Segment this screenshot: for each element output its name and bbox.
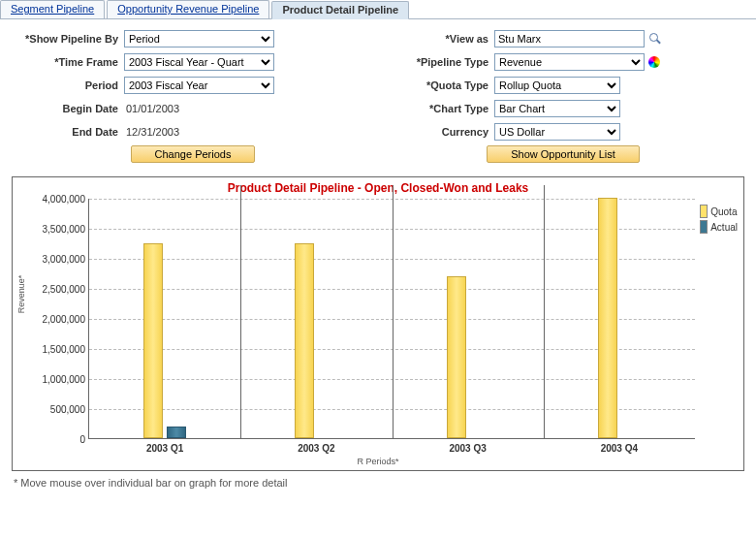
period-label: Period xyxy=(8,79,124,91)
pipeline-type-label: *Pipeline Type xyxy=(378,56,494,68)
begin-date-value: 01/01/2003 xyxy=(124,103,179,114)
category-gridline xyxy=(393,185,394,438)
y-tick-label: 3,000,000 xyxy=(27,254,85,265)
x-tick-label: 2003 Q1 xyxy=(126,443,204,454)
bar-quota[interactable] xyxy=(598,198,617,438)
currency-select[interactable]: US Dollar xyxy=(494,123,620,141)
end-date-label: End Date xyxy=(8,126,124,138)
chart-plot-area: 0500,0001,000,0001,500,0002,000,0002,500… xyxy=(88,199,695,439)
bar-actual[interactable] xyxy=(167,427,186,438)
chart-panel: Product Detail Pipeline - Open, Closed-W… xyxy=(12,176,744,471)
filter-form: *Show Pipeline By Period *Time Frame 200… xyxy=(0,19,756,173)
chart-type-select[interactable]: Bar Chart xyxy=(494,100,620,117)
tab-opportunity-revenue-pipeline[interactable]: Opportunity Revenue Pipeline xyxy=(107,0,269,18)
view-as-lookup-icon[interactable] xyxy=(648,32,662,46)
category-gridline xyxy=(544,185,545,438)
bar-quota[interactable] xyxy=(447,276,466,438)
time-frame-select[interactable]: 2003 Fiscal Year - Quart xyxy=(124,53,274,71)
y-tick-label: 4,000,000 xyxy=(27,194,85,205)
currency-label: Currency xyxy=(378,126,494,138)
time-frame-label: *Time Frame xyxy=(8,56,124,68)
chart-title: Product Detail Pipeline - Open, Closed-W… xyxy=(18,181,738,195)
y-tick-label: 1,000,000 xyxy=(27,374,85,385)
y-tick-label: 1,500,000 xyxy=(27,344,85,355)
pipeline-type-select[interactable]: Revenue xyxy=(494,53,645,71)
y-axis-label: Revenue* xyxy=(16,275,26,314)
chart-footnote: * Move mouse over individual bar on grap… xyxy=(14,477,742,489)
tab-segment-pipeline[interactable]: Segment Pipeline xyxy=(0,0,105,18)
y-tick-label: 500,000 xyxy=(27,404,85,415)
begin-date-label: Begin Date xyxy=(8,103,124,114)
quota-type-select[interactable]: Rollup Quota xyxy=(494,77,620,94)
x-tick-label: 2003 Q3 xyxy=(429,443,507,454)
quota-type-label: *Quota Type xyxy=(378,79,494,91)
end-date-value: 12/31/2003 xyxy=(124,126,179,138)
view-as-label: *View as xyxy=(378,33,494,45)
bar-quota[interactable] xyxy=(295,243,314,439)
left-column: *Show Pipeline By Period *Time Frame 200… xyxy=(8,29,378,169)
y-tick-label: 2,500,000 xyxy=(27,284,85,295)
category-gridline xyxy=(240,185,241,438)
period-select[interactable]: 2003 Fiscal Year xyxy=(124,77,274,94)
show-pipeline-by-select[interactable]: Period xyxy=(124,30,274,47)
y-tick-label: 0 xyxy=(27,434,85,445)
legend-settings-icon[interactable] xyxy=(648,56,660,68)
tab-product-detail-pipeline[interactable]: Product Detail Pipeline xyxy=(271,1,409,19)
show-pipeline-by-label: *Show Pipeline By xyxy=(8,33,124,45)
view-as-input[interactable] xyxy=(494,30,645,47)
right-column: *View as *Pipeline Type Revenue *Quota T… xyxy=(378,29,748,169)
y-tick-label: 2,000,000 xyxy=(27,314,85,325)
chart-type-label: *Chart Type xyxy=(378,103,494,114)
x-tick-label: 2003 Q4 xyxy=(581,443,658,454)
x-tick-label: 2003 Q2 xyxy=(277,443,355,454)
change-periods-button[interactable]: Change Periods xyxy=(131,145,256,163)
tab-bar: Segment Pipeline Opportunity Revenue Pip… xyxy=(0,0,756,19)
y-tick-label: 3,500,000 xyxy=(27,224,85,235)
show-opportunity-list-button[interactable]: Show Opportunity List xyxy=(487,145,640,163)
x-axis-label: R Periods* xyxy=(18,457,738,466)
bar-quota[interactable] xyxy=(143,243,163,439)
